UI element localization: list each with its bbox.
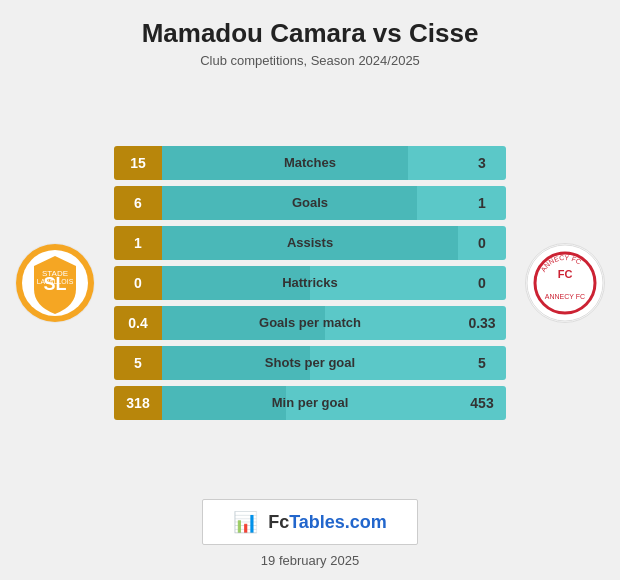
stat-left-value: 6 — [114, 186, 162, 220]
stat-bar-area: Matches — [162, 146, 458, 180]
page-subtitle: Club competitions, Season 2024/2025 — [142, 53, 479, 68]
fctables-icon: 📊 — [233, 510, 258, 534]
page-header: Mamadou Camara vs Cisse Club competition… — [122, 0, 499, 74]
stat-label: Goals per match — [259, 315, 361, 330]
stat-label: Shots per goal — [265, 355, 355, 370]
stat-left-value: 1 — [114, 226, 162, 260]
stat-row: 6Goals1 — [114, 186, 506, 220]
stat-right-value: 0.33 — [458, 306, 506, 340]
stat-right-value: 1 — [458, 186, 506, 220]
footer-date: 19 february 2025 — [261, 553, 359, 580]
stats-container: 15Matches36Goals11Assists00Hattricks00.4… — [110, 146, 510, 420]
svg-text:ANNECY FC: ANNECY FC — [545, 293, 585, 300]
stat-bar-area: Hattricks — [162, 266, 458, 300]
stat-fill-bar — [162, 386, 286, 420]
stat-label: Matches — [284, 155, 336, 170]
stat-bar-area: Goals — [162, 186, 458, 220]
stat-row: 0.4Goals per match0.33 — [114, 306, 506, 340]
stat-bar-area: Shots per goal — [162, 346, 458, 380]
annecy-badge: FC ANNECY FC ANNECY FC — [525, 243, 605, 323]
stat-row: 1Assists0 — [114, 226, 506, 260]
stat-right-value: 453 — [458, 386, 506, 420]
fctables-text: FcTables.com — [268, 512, 387, 533]
stat-right-value: 0 — [458, 226, 506, 260]
lavallois-badge: SL STADE LAVALLOIS — [15, 243, 95, 323]
stat-fill-bar — [162, 186, 417, 220]
fctables-banner: 📊 FcTables.com — [202, 499, 418, 545]
stat-label: Goals — [292, 195, 328, 210]
stat-left-value: 0.4 — [114, 306, 162, 340]
right-club-logo: FC ANNECY FC ANNECY FC — [510, 243, 620, 323]
stat-bar-area: Min per goal — [162, 386, 458, 420]
stat-row: 0Hattricks0 — [114, 266, 506, 300]
svg-text:STADE: STADE — [42, 269, 68, 278]
stat-label: Hattricks — [282, 275, 338, 290]
page-title: Mamadou Camara vs Cisse — [142, 18, 479, 49]
stat-bar-area: Assists — [162, 226, 458, 260]
left-club-logo: SL STADE LAVALLOIS — [0, 243, 110, 323]
stat-right-value: 5 — [458, 346, 506, 380]
stat-left-value: 5 — [114, 346, 162, 380]
stat-row: 15Matches3 — [114, 146, 506, 180]
stat-right-value: 0 — [458, 266, 506, 300]
stat-left-value: 15 — [114, 146, 162, 180]
stat-left-value: 318 — [114, 386, 162, 420]
main-content: SL STADE LAVALLOIS 15Matches36Goals11Ass… — [0, 74, 620, 491]
stat-right-value: 3 — [458, 146, 506, 180]
stat-label: Min per goal — [272, 395, 349, 410]
stat-left-value: 0 — [114, 266, 162, 300]
stat-label: Assists — [287, 235, 333, 250]
stat-row: 5Shots per goal5 — [114, 346, 506, 380]
stat-bar-area: Goals per match — [162, 306, 458, 340]
stat-row: 318Min per goal453 — [114, 386, 506, 420]
svg-text:FC: FC — [558, 268, 573, 280]
svg-text:LAVALLOIS: LAVALLOIS — [37, 278, 74, 285]
